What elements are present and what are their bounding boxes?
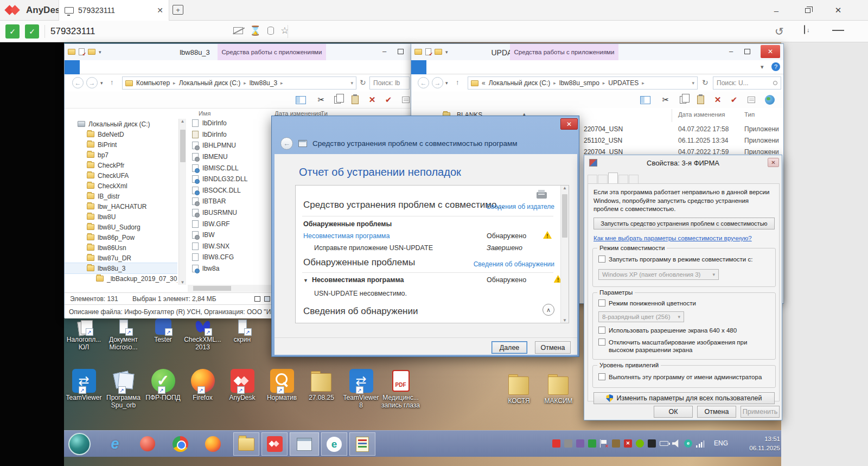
qat-dropdown-icon[interactable]: ▾ (445, 49, 448, 55)
apply-button[interactable]: Применить (741, 406, 780, 418)
card-reader-tray-icon[interactable] (648, 439, 656, 448)
column-header-type[interactable]: Тип (744, 111, 755, 118)
privacy-mode-icon[interactable] (233, 27, 243, 34)
desktop-folder[interactable]: ↗ МАКСИМ (539, 371, 578, 405)
ribbon-tab[interactable] (411, 60, 426, 74)
breadcrumb-item[interactable]: Локальный диск (C:) (179, 79, 250, 87)
maximize-icon[interactable] (744, 49, 750, 54)
reduced-color-checkbox[interactable] (598, 299, 605, 307)
incompatible-program-link[interactable]: Несовместимая программа (303, 232, 390, 240)
recent-dropdown-icon[interactable]: ▾ (445, 80, 448, 86)
taskbar-buh-button[interactable] (349, 432, 375, 456)
anydesk-tray-icon[interactable] (552, 439, 560, 448)
maximize-icon[interactable] (398, 49, 404, 54)
collapse-chevron-icon[interactable]: ∧ (542, 304, 554, 316)
refresh-icon[interactable]: ↻ (360, 78, 366, 87)
desktop-icon[interactable]: ↗ Firefox (183, 368, 222, 410)
tree-item[interactable]: CheckXml (65, 181, 177, 191)
desktop-icon[interactable]: ⇄↗ TeamViewer 8 (341, 368, 381, 410)
refresh-icon[interactable]: ↻ (702, 78, 709, 87)
detection-details-link[interactable]: Сведения об обнаружении (474, 260, 554, 268)
pfr-tray-icon[interactable] (588, 439, 596, 448)
ribbon-tab[interactable] (457, 60, 472, 74)
start-button[interactable] (68, 433, 91, 455)
tree-item[interactable]: bp7 (65, 150, 177, 160)
disable-dpi-scaling-checkbox[interactable] (598, 339, 605, 346)
tree-item[interactable]: lbw86Usn (65, 242, 177, 253)
breadcrumb-overflow[interactable]: « (482, 79, 486, 87)
up-button[interactable]: ↑ (110, 78, 114, 86)
breadcrumb[interactable]: КомпьютерЛокальный диск (C:)lbw88u_3 ▾ (122, 76, 356, 90)
taskbar-eset-button[interactable]: e (321, 432, 347, 456)
view-thumbnails-icon[interactable] (264, 296, 270, 302)
taskbar-chrome-icon[interactable] (171, 435, 189, 452)
resolution-640-checkbox[interactable] (598, 327, 605, 334)
delete-icon[interactable]: ✕ (712, 94, 724, 105)
tree-item[interactable]: Локальный диск (C:) (65, 119, 177, 129)
error-tray-icon[interactable]: ✕ (624, 439, 632, 448)
desktop-icon[interactable]: ↗ скрин (222, 317, 262, 352)
tree-item[interactable]: CheckUFA (65, 170, 177, 181)
volume-tray-icon[interactable] (672, 439, 680, 448)
cut-icon[interactable]: ✂ (315, 94, 327, 105)
tree-item[interactable]: lbw_HACHATUR (65, 201, 177, 212)
cancel-button[interactable]: Отмена (535, 341, 571, 354)
os-select[interactable]: Windows XP (пакет обновления 3)▾ (598, 269, 719, 280)
breadcrumb-dropdown-icon[interactable]: ▾ (692, 80, 694, 86)
help-icon[interactable]: ? (771, 62, 780, 71)
history-icon[interactable]: ↺ (775, 26, 784, 37)
window-minimize-button[interactable]: – (765, 0, 788, 21)
cut-icon[interactable]: ✂ (660, 94, 672, 105)
desktop-icon[interactable]: ↗ AnyDesk (222, 368, 262, 410)
tree-item[interactable]: CheckPfr (65, 160, 177, 170)
close-icon[interactable]: ✕ (560, 118, 578, 130)
copy-icon[interactable] (331, 94, 343, 105)
ribbon-tab[interactable] (426, 60, 442, 74)
ribbon-tab[interactable] (472, 60, 487, 74)
desktop-icon[interactable]: PDF↗ Медицинс... запись глаза (381, 368, 420, 410)
qat-dropdown-icon[interactable]: ▾ (99, 49, 101, 55)
tree-item[interactable]: BiPrint (65, 139, 177, 150)
printer-tray-icon[interactable] (564, 439, 572, 448)
tree-item[interactable]: IB_distr (65, 191, 177, 201)
up-button[interactable]: ↑ (456, 78, 459, 86)
language-indicator[interactable]: ENG (714, 439, 728, 447)
desktop-icon[interactable]: ↗ Налогопл... ЮЛ (64, 317, 104, 352)
manual-settings-link[interactable]: Как мне выбрать параметры совместимости … (593, 235, 752, 241)
ribbon-context-tab[interactable]: Средства работы с приложениями (218, 44, 326, 60)
desktop-icon[interactable]: ↗ Документ Microso... (104, 317, 143, 352)
view-list-icon[interactable] (254, 296, 260, 302)
back-button[interactable]: ← (280, 137, 293, 150)
taskbar-clock[interactable]: 13:51 06.11.2025 (737, 435, 780, 454)
tree-item[interactable]: lbw86p_Pow (65, 232, 177, 242)
tree-item[interactable]: lbw8U_Sudorg (65, 222, 177, 232)
forward-button[interactable]: → (86, 77, 98, 88)
close-tab-icon[interactable]: ✕ (157, 6, 163, 15)
taskbar-ie-icon[interactable]: e (106, 435, 124, 452)
close-icon[interactable]: ✕ (768, 158, 779, 167)
window-restore-button[interactable] (796, 0, 819, 21)
copy-icon[interactable] (677, 94, 689, 105)
ribbon-tab[interactable] (442, 60, 457, 74)
minimize-icon[interactable]: – (382, 47, 386, 55)
close-icon[interactable]: ✕ (761, 45, 780, 58)
battery-tray-icon[interactable] (660, 441, 668, 446)
check-icon[interactable]: ✔ (728, 94, 740, 105)
tree-item[interactable]: _lbBackup_2019_07_30__ (65, 273, 177, 284)
title-bar[interactable]: ▾ UPDATES Средства работы с приложениями… (411, 44, 783, 60)
eset-tray-icon[interactable]: e (684, 439, 692, 448)
scheduler-tray-icon[interactable] (576, 439, 584, 448)
ribbon-tab[interactable] (80, 60, 95, 74)
251102_USN[interactable]: 251102_USN 06.11.2025 13:34 Приложени (579, 135, 784, 146)
run-as-admin-checkbox[interactable] (598, 373, 605, 380)
folder-icon[interactable] (68, 49, 75, 55)
taskbar-camera-icon[interactable] (139, 435, 156, 452)
taskbar-explorer-button[interactable] (233, 432, 259, 456)
color-depth-select[interactable]: 8-разрядный цвет (256)▾ (598, 311, 684, 322)
preview-pane-icon[interactable] (295, 94, 307, 105)
forward-button[interactable]: → (432, 77, 443, 88)
properties-icon[interactable] (425, 48, 431, 55)
taskbar-firefox-icon[interactable] (204, 435, 221, 452)
ok-button[interactable]: ОК (654, 406, 693, 418)
next-button[interactable]: Далее (492, 341, 527, 354)
